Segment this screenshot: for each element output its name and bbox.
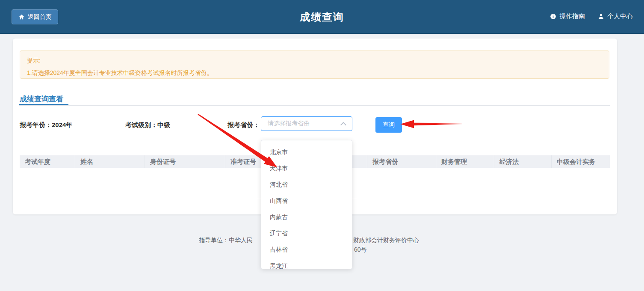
notice-message: 1.请选择2024年度全国会计专业技术中级资格考试报名时所报考省份。	[27, 68, 602, 77]
exam-year-value: 2024年	[52, 121, 72, 128]
operation-guide-label: 操作指南	[559, 12, 585, 21]
province-option[interactable]: 北京市	[261, 144, 352, 160]
province-option[interactable]: 天津市	[261, 160, 352, 176]
province-option[interactable]: 河北省	[261, 176, 352, 193]
notice-alert: 提示: 1.请选择2024年度全国会计专业技术中级资格考试报名时所报考省份。	[20, 50, 609, 79]
table-header-cell: 身份证号	[145, 155, 225, 168]
province-option[interactable]: 吉林省	[261, 241, 352, 258]
exam-year-label: 报考年份：	[20, 121, 52, 128]
dropdown-caret	[276, 140, 283, 143]
personal-center-label: 个人中心	[607, 12, 633, 21]
user-icon	[598, 13, 604, 20]
table-header-cell: 经济法	[494, 155, 551, 168]
province-select[interactable]: 请选择报考省份	[261, 116, 352, 131]
table-header-cell: 财务管理	[436, 155, 494, 168]
table-header-cell: 中级会计实务	[551, 155, 610, 168]
top-bar-right: 操作指南 个人中心	[550, 0, 633, 33]
province-option[interactable]: 辽宁省	[261, 225, 352, 241]
province-option[interactable]: 内蒙古	[261, 209, 352, 225]
page-title: 成绩查询	[0, 10, 644, 24]
notice-title: 提示:	[27, 56, 602, 65]
province-dropdown-panel: 北京市 天津市 河北省 山西省 内蒙古 辽宁省 吉林省 黑龙江	[261, 140, 352, 269]
province-select-placeholder: 请选择报考省份	[268, 120, 310, 128]
operation-guide-link[interactable]: 操作指南	[550, 12, 585, 21]
exam-level-value: 中级	[157, 121, 170, 128]
tab-divider	[19, 105, 610, 106]
province-label: 报考省份：	[227, 121, 260, 129]
footer-line2: 60号	[354, 246, 367, 254]
chevron-up-icon	[340, 122, 346, 128]
exam-level-label: 考试级别：	[125, 121, 157, 128]
footer-line1-right: 财政部会计财务评价中心	[353, 237, 419, 244]
filter-exam-level: 考试级别：中级	[125, 121, 170, 129]
query-button[interactable]: 查询	[375, 117, 402, 133]
filter-exam-year: 报考年份：2024年	[20, 121, 72, 129]
table-header-cell: 姓名	[75, 155, 145, 168]
top-bar: 返回首页 成绩查询 操作指南 个人中心	[0, 0, 644, 34]
tab-score-query-view[interactable]: 成绩查询查看	[20, 94, 63, 104]
table-header-cell: 考试年度	[20, 155, 75, 168]
table-header-cell: 报考省份	[367, 155, 436, 168]
province-option[interactable]: 黑龙江	[261, 258, 352, 269]
personal-center-link[interactable]: 个人中心	[598, 12, 633, 21]
info-icon	[550, 13, 556, 20]
footer-line1-left: 指导单位：中华人民	[199, 237, 253, 244]
province-option[interactable]: 山西省	[261, 193, 352, 209]
